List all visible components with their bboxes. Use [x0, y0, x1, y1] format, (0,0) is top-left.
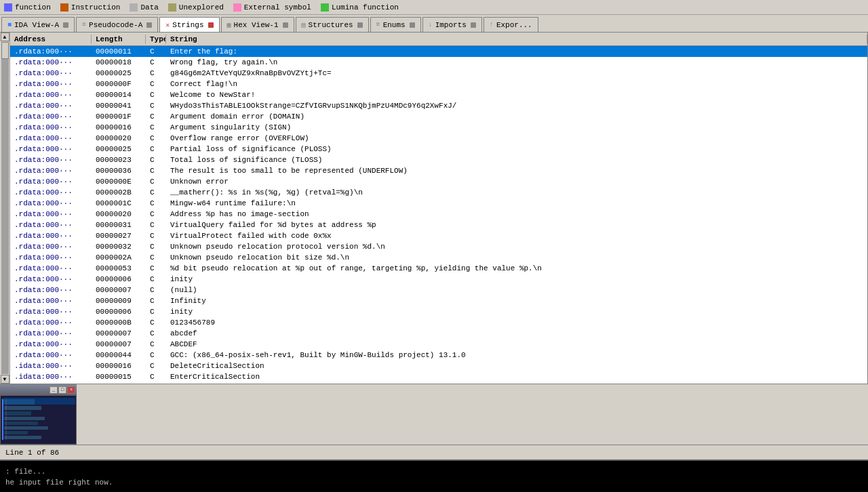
cell-address: .rdata:000···	[10, 198, 92, 209]
cell-address: .rdata:000···	[10, 350, 92, 361]
cell-string: Address %p has no image-section	[166, 209, 867, 220]
cell-string: Infinity	[166, 295, 867, 306]
table-row[interactable]: .rdata:000···00000041CWHydo3sThisTABLE1O…	[10, 100, 867, 111]
table-row[interactable]: .idata:000···00000015CEnterCriticalSecti…	[10, 371, 867, 382]
tab-hexview[interactable]: ▦ Hex View-1	[221, 17, 294, 32]
table-row[interactable]: .rdata:000···00000023CTotal loss of sign…	[10, 155, 867, 165]
tab-structures[interactable]: ▤ Structures	[296, 17, 369, 32]
cell-address: .rdata:000···	[10, 274, 92, 285]
tab-close-strings[interactable]	[208, 22, 214, 28]
cell-type: C	[146, 328, 166, 339]
tab-close-enums[interactable]	[410, 22, 415, 28]
table-row[interactable]: .rdata:000···00000006Cinity	[10, 274, 867, 285]
tab-imports[interactable]: ↓ Imports	[422, 17, 482, 32]
table-row[interactable]: .rdata:000···00000025Cg84Gg6m2ATtVeYqUZ9…	[10, 68, 867, 79]
cell-length: 00000009	[92, 295, 146, 306]
legend-label-instruction: Instruction	[71, 3, 121, 12]
tab-exports[interactable]: ↑ Expor...	[484, 17, 538, 32]
tab-pseudocode[interactable]: ≡ Pseudocode-A	[76, 17, 158, 32]
cell-address: .rdata:000···	[10, 155, 92, 165]
table-row[interactable]: .rdata:000···00000020CAddress %p has no …	[10, 209, 867, 220]
minimap-close-btn[interactable]: ×	[67, 386, 75, 394]
cell-length: 0000002B	[92, 187, 146, 198]
legend-item-external: External symbol	[233, 3, 311, 12]
cell-string: The result is too small to be represente…	[166, 165, 867, 176]
tab-icon-ida: ■	[7, 21, 12, 28]
table-row[interactable]: .rdata:000···00000027C VirtualProtect fa…	[10, 230, 867, 241]
svg-rect-3	[4, 417, 45, 420]
scroll-up-btn[interactable]: ▲	[1, 33, 9, 41]
cell-length: 00000041	[92, 100, 146, 111]
cell-type: C	[146, 57, 166, 68]
table-row[interactable]: .rdata:000···0000001FCArgument domain er…	[10, 111, 867, 122]
bottom-spacer	[77, 384, 868, 445]
legend-label-unexplored: Unexplored	[179, 3, 224, 12]
table-row[interactable]: .rdata:000···00000018CWrong flag, try ag…	[10, 57, 867, 68]
tab-label-hex: Hex View-1	[234, 21, 279, 29]
table-row[interactable]: .rdata:000···00000009CInfinity	[10, 295, 867, 306]
tab-close-imports[interactable]	[471, 22, 476, 28]
table-row[interactable]: .rdata:000···00000031C VirtualQuery fail…	[10, 220, 867, 230]
table-row[interactable]: .rdata:000···00000036CThe result is too …	[10, 165, 867, 176]
tab-label-ida: IDA View-A	[14, 21, 59, 29]
table-row[interactable]: .rdata:000···00000007C(null)	[10, 285, 867, 295]
cell-length: 00000027	[92, 230, 146, 241]
tab-icon-strings: ✕	[165, 21, 170, 29]
scroll-track[interactable]	[1, 42, 9, 374]
left-scroll: ▲ ▼	[0, 33, 10, 384]
table-row[interactable]: .rdata:000···00000014CWelcome to NewStar…	[10, 89, 867, 100]
table-row[interactable]: .rdata:000···00000016CArgument singulari…	[10, 122, 867, 133]
cell-address: .rdata:000···	[10, 285, 92, 295]
scroll-thumb[interactable]	[1, 42, 9, 59]
table-row[interactable]: .rdata:000···00000032C Unknown pseudo re…	[10, 241, 867, 252]
cell-string: %d bit pseudo relocation at %p out of ra…	[166, 263, 867, 274]
cell-string: 0123456789	[166, 317, 867, 328]
table-row[interactable]: .rdata:000···00000025CPartial loss of si…	[10, 144, 867, 155]
tab-close-hex[interactable]	[283, 22, 288, 28]
tab-enums[interactable]: ≡ Enums	[370, 17, 421, 32]
minimap-max-btn[interactable]: □	[58, 386, 66, 394]
table-row[interactable]: .rdata:000···0000001CCMingw-w64 runtime …	[10, 198, 867, 209]
table-row[interactable]: .rdata:000···00000011CEnter the flag:	[10, 46, 867, 57]
table-row[interactable]: .rdata:000···0000000BC0123456789	[10, 317, 867, 328]
cell-type: C	[146, 371, 166, 382]
table-row[interactable]: .rdata:000···0000002BC__matherr(): %s in…	[10, 187, 867, 198]
legend-color-unexplored	[168, 3, 176, 12]
rows-container[interactable]: .rdata:000···00000011CEnter the flag:.rd…	[10, 46, 867, 384]
minimap-min-btn[interactable]: _	[50, 386, 58, 394]
tab-strings[interactable]: ✕ Strings	[159, 17, 219, 32]
tab-close-struct[interactable]	[357, 22, 363, 28]
table-row[interactable]: .rdata:000···0000000FCCorrect flag!\n	[10, 79, 867, 89]
output-line-1: : file...	[5, 468, 863, 478]
tab-label-struct: Structures	[309, 21, 353, 29]
table-row[interactable]: .rdata:000···00000007CABCDEF	[10, 339, 867, 350]
table-row[interactable]: .idata:000···00000016CDeleteCriticalSect…	[10, 361, 867, 371]
cell-length: 0000002A	[92, 252, 146, 263]
cell-type: C	[146, 79, 166, 89]
tab-close-pseudo[interactable]	[146, 22, 152, 28]
mini-map	[0, 395, 77, 445]
svg-rect-7	[4, 436, 41, 439]
cell-address: .rdata:000···	[10, 339, 92, 350]
cell-type: C	[146, 176, 166, 187]
table-row[interactable]: .rdata:000···00000020COverflow range err…	[10, 133, 867, 144]
cell-type: C	[146, 220, 166, 230]
table-row[interactable]: .rdata:000···00000006Cinity	[10, 306, 867, 317]
strings-panel: Address Length Type String .rdata:000···…	[10, 33, 868, 384]
cell-string: Wrong flag, try again.\n	[166, 57, 867, 68]
tab-close-ida[interactable]	[63, 22, 68, 28]
table-row[interactable]: .rdata:000···0000000ECUnknown error	[10, 176, 867, 187]
tab-icon-struct: ▤	[302, 21, 306, 29]
minimap-chrome: _ □ ×	[0, 384, 77, 395]
scroll-down-btn[interactable]: ▼	[1, 375, 9, 384]
table-row[interactable]: .rdata:000···00000044CGCC: (x86_64-posix…	[10, 350, 867, 361]
output-line-2: he input file right now.	[5, 478, 863, 489]
cell-string: Partial loss of significance (PLOSS)	[166, 144, 867, 155]
svg-rect-1	[4, 406, 41, 410]
cell-string: DeleteCriticalSection	[166, 361, 867, 371]
table-row[interactable]: .rdata:000···00000053C%d bit pseudo relo…	[10, 263, 867, 274]
table-row[interactable]: .rdata:000···00000007Cabcdef	[10, 328, 867, 339]
table-row[interactable]: .rdata:000···0000002AC Unknown pseudo re…	[10, 252, 867, 263]
tab-ida-view[interactable]: ■ IDA View-A	[1, 17, 75, 32]
cell-string: WHydo3sThisTABLE1OOkStrange=CZfVIGRvupS1…	[166, 100, 867, 111]
